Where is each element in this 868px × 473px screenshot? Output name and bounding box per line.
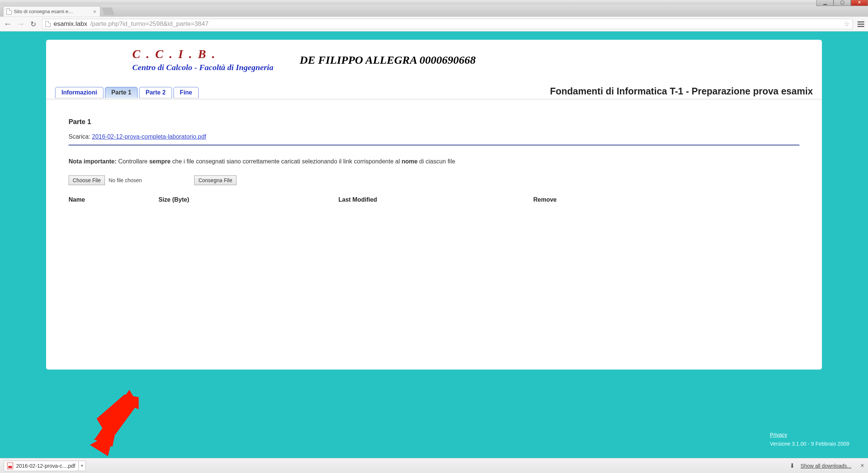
student-name: DE FILIPPO ALLEGRA 0000690668 xyxy=(299,54,476,66)
close-icon[interactable]: × xyxy=(93,8,96,15)
forward-button[interactable]: → xyxy=(16,19,25,29)
bookmark-icon[interactable]: ☆ xyxy=(844,20,850,28)
upload-row: Choose File No file chosen Consegna File xyxy=(69,175,799,185)
section-title: Parte 1 xyxy=(69,118,799,126)
page-icon xyxy=(6,9,12,15)
browser-toolbar: ← → ↻ esamix.labx/parte.php?id_turno=259… xyxy=(0,16,868,31)
tab-informazioni[interactable]: Informazioni xyxy=(55,87,103,98)
annotation-arrow-icon xyxy=(79,387,139,458)
important-note: Nota importante: Controllare sempre che … xyxy=(69,158,799,165)
window-controls: ▁ ▢ ✕ xyxy=(816,0,868,6)
reload-button[interactable]: ↻ xyxy=(29,20,37,28)
download-chip-label: 2016-02-12-prova-c....pdf xyxy=(16,463,75,469)
url-path: /parte.php?id_turno=2598&id_parte=3847 xyxy=(90,20,209,28)
ccib-title: C . C . I . B . xyxy=(132,47,273,61)
page-icon xyxy=(45,21,51,27)
note-strong-1: sempre xyxy=(149,158,171,165)
browser-tab-active[interactable]: Sito di consegna esami e… × xyxy=(3,6,100,16)
page-header: C . C . I . B . Centro di Calcolo - Faco… xyxy=(46,47,822,72)
download-link[interactable]: 2016-02-12-prova-completa-laboratorio.pd… xyxy=(92,133,206,140)
col-name: Name xyxy=(69,196,159,203)
no-file-chosen-label: No file chosen xyxy=(109,177,142,183)
col-size: Size (Byte) xyxy=(159,196,338,203)
address-bar[interactable]: esamix.labx/parte.php?id_turno=2598&id_p… xyxy=(42,19,853,29)
window-titlebar: ▁ ▢ ✕ xyxy=(0,0,868,4)
download-shelf: 2016-02-12-prova-c....pdf ▾ ⬇ Show all d… xyxy=(0,458,868,473)
page-card: C . C . I . B . Centro di Calcolo - Faco… xyxy=(46,40,822,370)
course-title: Fondamenti di Informatica T-1 - Preparaz… xyxy=(550,86,813,99)
note-text-3: di ciascun file xyxy=(418,158,455,165)
note-prefix: Nota importante: xyxy=(69,158,117,165)
choose-file-button[interactable]: Choose File xyxy=(69,175,105,185)
url-domain: esamix.labx xyxy=(54,20,87,28)
download-icon: ⬇ xyxy=(790,462,795,469)
privacy-link[interactable]: Privacy xyxy=(770,432,787,438)
note-text-2: che i file consegnati siano correttament… xyxy=(171,158,401,165)
page-tabs: Informazioni Parte 1 Parte 2 Fine xyxy=(55,87,199,98)
note-strong-2: nome xyxy=(401,158,418,165)
download-line: Scarica: 2016-02-12-prova-completa-labor… xyxy=(69,133,799,140)
new-tab-button[interactable] xyxy=(101,7,114,15)
window-close-button[interactable]: ✕ xyxy=(851,0,868,6)
ccib-subtitle: Centro di Calcolo - Facoltà di Ingegneri… xyxy=(132,63,273,72)
col-modified: Last Modified xyxy=(338,196,533,203)
note-text-1: Controllare xyxy=(117,158,149,165)
file-table-header: Name Size (Byte) Last Modified Remove xyxy=(69,196,799,203)
page-viewport: C . C . I . B . Centro di Calcolo - Faco… xyxy=(0,31,868,458)
page-footer: Privacy Versione 3.1.00 - 9 Febbraio 200… xyxy=(770,432,849,447)
submit-file-button[interactable]: Consegna File xyxy=(194,175,236,185)
main-content: Parte 1 Scarica: 2016-02-12-prova-comple… xyxy=(46,99,822,203)
version-label: Versione 3.1.00 - 9 Febbraio 2009 xyxy=(770,441,849,447)
tab-parte-1[interactable]: Parte 1 xyxy=(105,87,138,98)
download-chip-menu[interactable]: ▾ xyxy=(79,461,86,471)
col-remove: Remove xyxy=(533,196,557,203)
ccib-logo-block: C . C . I . B . Centro di Calcolo - Faco… xyxy=(132,47,273,72)
close-icon[interactable]: × xyxy=(860,462,864,470)
tab-fine[interactable]: Fine xyxy=(174,87,199,98)
divider xyxy=(69,145,799,145)
back-button[interactable]: ← xyxy=(4,19,12,29)
download-label: Scarica: xyxy=(69,133,90,140)
show-all-downloads-link[interactable]: Show all downloads... xyxy=(801,463,851,469)
window-maximize-button[interactable]: ▢ xyxy=(834,0,851,6)
browser-tab-title: Sito di consegna esami e… xyxy=(14,9,91,14)
pdf-icon xyxy=(7,463,13,469)
browser-tab-strip: Sito di consegna esami e… × xyxy=(0,4,868,16)
menu-icon[interactable] xyxy=(858,21,864,27)
window-minimize-button[interactable]: ▁ xyxy=(816,0,834,6)
tab-parte-2[interactable]: Parte 2 xyxy=(139,87,172,98)
page-tabs-row: Informazioni Parte 1 Parte 2 Fine Fondam… xyxy=(46,86,822,99)
download-chip[interactable]: 2016-02-12-prova-c....pdf xyxy=(4,461,79,471)
